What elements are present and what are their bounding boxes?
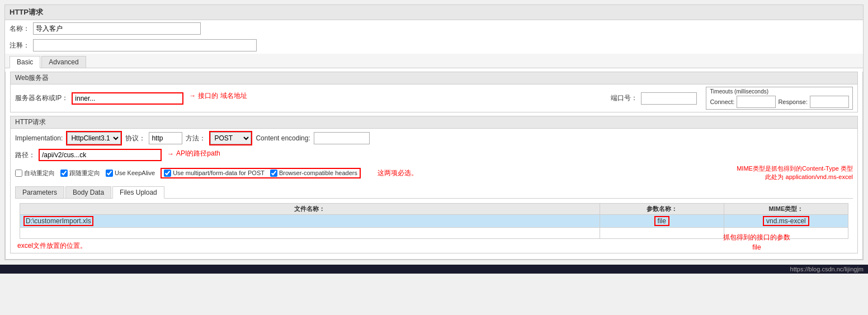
param-name-cell: file (654, 216, 669, 226)
port-input[interactable] (641, 92, 697, 105)
content-encoding-label: Content encoding: (256, 134, 310, 142)
port-label: 端口号： (611, 93, 638, 103)
browser-headers-checkbox-label[interactable]: Browser-compatible headers (270, 170, 357, 177)
implementation-label: Implementation: (15, 134, 63, 142)
filename-cell: D:\customerImport.xls (23, 216, 93, 226)
connect-label: Connect: (710, 98, 734, 105)
follow-redirect-checkbox-label[interactable]: 跟随重定向 (60, 169, 100, 177)
name-label: 名称： (10, 24, 30, 34)
col-param-name: 参数名称： (600, 203, 724, 214)
multipart-checkbox-label[interactable]: Use multipart/form-data for POST (164, 170, 265, 177)
col-filename: 文件名称： (20, 203, 600, 214)
method-label: 方法： (186, 134, 206, 143)
mime-annotation: MIME类型是抓包得到的Content-Type 类型此处为 applicati… (737, 164, 853, 182)
bottom-url: https://blog.csdn.nc/lijingjm (790, 266, 864, 272)
domain-annotation: 接口的 域名地址 (198, 91, 247, 101)
main-tabs: Basic Advanced (5, 54, 863, 68)
path-row: 路径： → API的路径path (11, 148, 857, 162)
protocol-label: 协议： (125, 134, 145, 143)
keepalive-checkbox-label[interactable]: Use KeepAlive (106, 170, 155, 177)
keepalive-label: Use KeepAlive (115, 170, 155, 176)
timeouts-label: Timeouts (milliseconds) (710, 88, 849, 95)
webserver-title: Web服务器 (11, 72, 857, 84)
keepalive-checkbox[interactable] (106, 170, 113, 177)
two-required-annotation: 这两项必选。 (378, 168, 418, 178)
col-mime-type: MIME类型： (724, 203, 848, 214)
table-row: D:\customerImport.xls file vnd.ms-excel (20, 214, 848, 227)
tab-basic[interactable]: Basic (10, 56, 40, 68)
tab-body-data[interactable]: Body Data (65, 186, 111, 198)
auto-redirect-checkbox[interactable] (15, 170, 22, 177)
protocol-input[interactable] (149, 132, 182, 144)
http-request-section: HTTP请求 Implementation: HttpClient3.1 Htt… (10, 116, 858, 253)
files-upload-content: 文件名称： 参数名称： MIME类型： D:\customerImport.xl… (11, 199, 857, 253)
server-input[interactable] (72, 92, 183, 105)
tab-parameters[interactable]: Parameters (15, 186, 64, 198)
mime-type-cell: vnd.ms-excel (763, 216, 809, 226)
method-select[interactable]: POST GET PUT DELETE (210, 132, 251, 144)
path-label: 路径： (15, 151, 35, 160)
http-request-title: HTTP请求 (11, 116, 857, 129)
follow-redirect-checkbox[interactable] (60, 170, 68, 177)
path-input[interactable] (39, 149, 162, 161)
api-path-arrow-icon: → (167, 150, 174, 158)
response-input[interactable] (810, 96, 849, 108)
comment-label: 注释： (10, 41, 30, 50)
bottom-bar: https://blog.csdn.nc/lijingjm (0, 265, 868, 274)
implementation-row: Implementation: HttpClient3.1 HttpClient… (11, 129, 857, 148)
api-path-annotation: API的路径path (176, 149, 220, 158)
name-row: 名称： (5, 20, 863, 37)
webserver-section: Web服务器 服务器名称或IP： → 接口的 域名地址 端口号： Tim (10, 72, 858, 112)
follow-redirect-label: 跟随重定向 (69, 169, 100, 177)
comment-row: 注释： (5, 37, 863, 54)
name-input[interactable] (33, 22, 201, 35)
auto-redirect-checkbox-label[interactable]: 自动重定向 (15, 169, 55, 177)
multipart-checkbox[interactable] (164, 170, 171, 177)
param-desc-annotation: 抓包得到的接口的参数file (723, 232, 790, 252)
tab-advanced[interactable]: Advanced (41, 56, 86, 68)
comment-input[interactable] (33, 39, 257, 51)
browser-headers-checkbox[interactable] (270, 170, 277, 177)
section-title: HTTP请求 (5, 5, 863, 20)
browser-headers-label: Browser-compatible headers (279, 170, 357, 176)
response-label: Response: (778, 98, 808, 105)
server-label: 服务器名称或IP： (15, 93, 68, 103)
domain-arrow-icon: → (189, 92, 196, 100)
timeouts-section: Timeouts (milliseconds) Connect: Respons… (706, 87, 853, 110)
implementation-select[interactable]: HttpClient3.1 HttpClient4 Java (67, 132, 121, 144)
auto-redirect-label: 自动重定向 (24, 169, 55, 177)
multipart-label: Use multipart/form-data for POST (173, 170, 265, 176)
content-encoding-input[interactable] (314, 132, 370, 144)
inner-tabs: Parameters Body Data Files Upload (15, 186, 853, 199)
page-title: HTTP请求 (10, 8, 43, 16)
connect-input[interactable] (737, 96, 776, 108)
tab-files-upload[interactable]: Files Upload (112, 186, 164, 199)
main-container: HTTP请求 名称： 注释： Basic Advanced Web服务器 服务器… (4, 4, 864, 260)
